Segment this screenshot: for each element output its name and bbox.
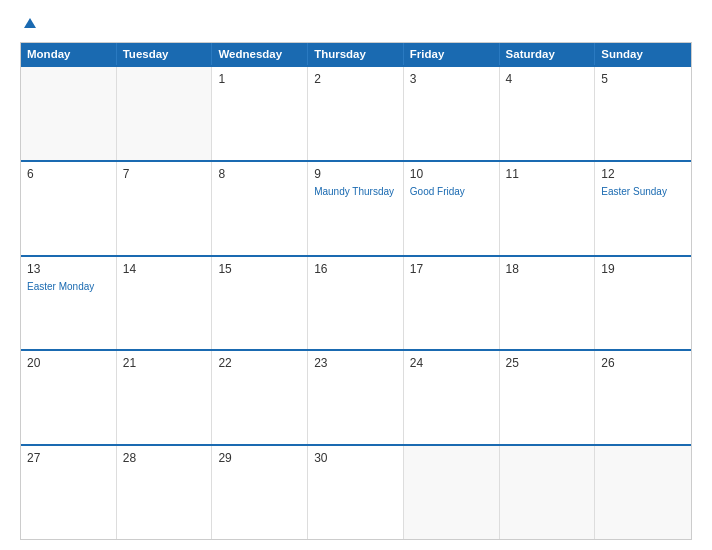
cell-date: 5	[601, 72, 685, 86]
cell-event: Easter Sunday	[601, 185, 685, 198]
cell-date: 7	[123, 167, 206, 181]
calendar-cell: 7	[117, 162, 213, 255]
calendar-cell: 28	[117, 446, 213, 539]
calendar-cell: 15	[212, 257, 308, 350]
cell-date: 30	[314, 451, 397, 465]
cell-event: Maundy Thursday	[314, 185, 397, 198]
calendar-cell: 4	[500, 67, 596, 160]
calendar-cell: 18	[500, 257, 596, 350]
cell-date: 13	[27, 262, 110, 276]
calendar-cell: 30	[308, 446, 404, 539]
calendar-cell: 20	[21, 351, 117, 444]
calendar-week-4: 20212223242526	[21, 349, 691, 444]
cell-date: 21	[123, 356, 206, 370]
weekday-header-thursday: Thursday	[308, 43, 404, 65]
calendar-header: MondayTuesdayWednesdayThursdayFridaySatu…	[21, 43, 691, 65]
weekday-header-friday: Friday	[404, 43, 500, 65]
calendar-cell: 1	[212, 67, 308, 160]
calendar-cell: 6	[21, 162, 117, 255]
logo-triangle-icon	[24, 18, 36, 28]
calendar-cell: 13Easter Monday	[21, 257, 117, 350]
cell-date: 11	[506, 167, 589, 181]
calendar-cell: 8	[212, 162, 308, 255]
calendar-cell: 27	[21, 446, 117, 539]
weekday-header-wednesday: Wednesday	[212, 43, 308, 65]
calendar-cell: 23	[308, 351, 404, 444]
cell-date: 22	[218, 356, 301, 370]
cell-date: 27	[27, 451, 110, 465]
calendar-cell	[500, 446, 596, 539]
cell-date: 20	[27, 356, 110, 370]
cell-date: 1	[218, 72, 301, 86]
weekday-header-monday: Monday	[21, 43, 117, 65]
cell-date: 29	[218, 451, 301, 465]
cell-event: Good Friday	[410, 185, 493, 198]
cell-date: 26	[601, 356, 685, 370]
calendar-week-5: 27282930	[21, 444, 691, 539]
cell-date: 17	[410, 262, 493, 276]
calendar-cell: 17	[404, 257, 500, 350]
cell-date: 25	[506, 356, 589, 370]
weekday-header-saturday: Saturday	[500, 43, 596, 65]
calendar-cell: 22	[212, 351, 308, 444]
calendar-cell	[21, 67, 117, 160]
cell-date: 14	[123, 262, 206, 276]
calendar-cell: 2	[308, 67, 404, 160]
calendar-cell: 26	[595, 351, 691, 444]
calendar-cell: 10Good Friday	[404, 162, 500, 255]
weekday-header-tuesday: Tuesday	[117, 43, 213, 65]
cell-date: 18	[506, 262, 589, 276]
cell-date: 16	[314, 262, 397, 276]
cell-date: 6	[27, 167, 110, 181]
cell-date: 28	[123, 451, 206, 465]
calendar-cell: 25	[500, 351, 596, 444]
calendar-cell: 24	[404, 351, 500, 444]
calendar-cell: 12Easter Sunday	[595, 162, 691, 255]
calendar-cell: 9Maundy Thursday	[308, 162, 404, 255]
cell-date: 12	[601, 167, 685, 181]
calendar-cell: 14	[117, 257, 213, 350]
calendar-cell	[404, 446, 500, 539]
calendar-cell: 11	[500, 162, 596, 255]
cell-date: 19	[601, 262, 685, 276]
cell-event: Easter Monday	[27, 280, 110, 293]
cell-date: 15	[218, 262, 301, 276]
calendar-week-3: 13Easter Monday141516171819	[21, 255, 691, 350]
calendar-cell: 16	[308, 257, 404, 350]
calendar-cell: 29	[212, 446, 308, 539]
cell-date: 10	[410, 167, 493, 181]
cell-date: 9	[314, 167, 397, 181]
calendar-cell	[117, 67, 213, 160]
calendar-body: 123456789Maundy Thursday10Good Friday111…	[21, 65, 691, 539]
cell-date: 2	[314, 72, 397, 86]
calendar-week-2: 6789Maundy Thursday10Good Friday1112East…	[21, 160, 691, 255]
weekday-header-sunday: Sunday	[595, 43, 691, 65]
calendar-cell: 5	[595, 67, 691, 160]
calendar: MondayTuesdayWednesdayThursdayFridaySatu…	[20, 42, 692, 540]
cell-date: 23	[314, 356, 397, 370]
cell-date: 8	[218, 167, 301, 181]
calendar-cell: 21	[117, 351, 213, 444]
calendar-cell	[595, 446, 691, 539]
cell-date: 24	[410, 356, 493, 370]
cell-date: 3	[410, 72, 493, 86]
calendar-cell: 19	[595, 257, 691, 350]
calendar-cell: 3	[404, 67, 500, 160]
calendar-week-1: 12345	[21, 65, 691, 160]
logo	[20, 18, 36, 28]
cell-date: 4	[506, 72, 589, 86]
